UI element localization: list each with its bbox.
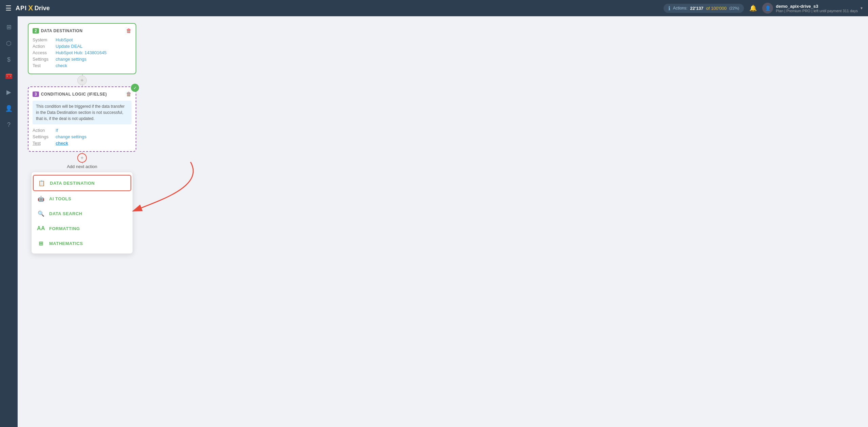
data-destination-card: 2 DATA DESTINATION 🗑 System HubSpot Acti… bbox=[28, 23, 136, 74]
logic-card-title: CONDITIONAL LOGIC (IF/ELSE) bbox=[41, 92, 107, 97]
logic-card-header: 3 CONDITIONAL LOGIC (IF/ELSE) 🗑 bbox=[33, 91, 132, 97]
formatting-icon: Aa bbox=[37, 224, 45, 232]
system-value[interactable]: HubSpot bbox=[56, 37, 73, 42]
user-name: demo_apix-drive_s3 bbox=[776, 4, 858, 9]
delete-logic-icon[interactable]: 🗑 bbox=[126, 91, 132, 97]
content-area: 2 DATA DESTINATION 🗑 System HubSpot Acti… bbox=[18, 16, 868, 427]
data-destination-icon: 📋 bbox=[38, 179, 46, 187]
card-title: DATA DESTINATION bbox=[41, 28, 83, 33]
sidebar-item-workflows[interactable]: ⬡ bbox=[2, 37, 16, 50]
ai-tools-icon: 🤖 bbox=[37, 195, 45, 203]
formatting-label: FORMATTING bbox=[49, 226, 80, 231]
sidebar-item-billing[interactable]: $ bbox=[2, 53, 16, 66]
card-row-system: System HubSpot bbox=[33, 37, 132, 42]
user-info[interactable]: 👤 demo_apix-drive_s3 Plan | Premium PRO … bbox=[762, 3, 863, 14]
logic-action-label: Action bbox=[33, 128, 53, 133]
ai-tools-label: AI TOOLS bbox=[49, 196, 71, 201]
workflow-wrapper: 2 DATA DESTINATION 🗑 System HubSpot Acti… bbox=[24, 23, 140, 254]
delete-card-icon[interactable]: 🗑 bbox=[126, 28, 132, 34]
logic-row-settings: Settings change settings bbox=[33, 134, 132, 139]
sidebar-item-help[interactable]: ? bbox=[2, 118, 16, 131]
logo-drive: Drive bbox=[35, 5, 50, 12]
actions-label: Actions: bbox=[673, 6, 688, 11]
user-avatar: 👤 bbox=[762, 3, 773, 14]
card-row-access: Access HubSpot Hub: 143801645 bbox=[33, 50, 132, 55]
dropdown-item-mathematics[interactable]: ⊞ MATHEMATICS bbox=[32, 236, 133, 251]
data-search-icon: 🔍 bbox=[37, 209, 45, 218]
dropdown-item-ai-tools[interactable]: 🤖 AI TOOLS bbox=[32, 191, 133, 206]
card-row-test: Test check bbox=[33, 63, 132, 68]
data-destination-label: DATA DESTINATION bbox=[50, 181, 95, 186]
dropdown-menu: 📋 DATA DESTINATION 🤖 AI TOOLS 🔍 DATA SEA… bbox=[31, 172, 133, 254]
sidebar-item-profile[interactable]: 👤 bbox=[2, 102, 16, 115]
access-value[interactable]: HubSpot Hub: 143801645 bbox=[56, 50, 106, 55]
card-row-settings: Settings change settings bbox=[33, 57, 132, 62]
user-plan: Plan | Premium PRO | left until payment … bbox=[776, 9, 858, 13]
logic-description: This condition will be triggered if the … bbox=[33, 101, 132, 124]
logic-row-action: Action If bbox=[33, 128, 132, 133]
card-header: 2 DATA DESTINATION 🗑 bbox=[33, 28, 132, 34]
dropdown-item-data-destination[interactable]: 📋 DATA DESTINATION bbox=[33, 175, 131, 191]
card-title-group: 2 DATA DESTINATION bbox=[33, 28, 83, 34]
sidebar-item-home[interactable]: ⊞ bbox=[2, 20, 16, 34]
logic-action-value[interactable]: If bbox=[56, 128, 58, 133]
add-step-button-1[interactable]: + bbox=[77, 76, 87, 85]
logic-test-label: Test bbox=[33, 141, 53, 146]
logo-api: API bbox=[16, 5, 27, 12]
logic-test-value[interactable]: check bbox=[56, 141, 68, 146]
conditional-logic-card: ✓ 3 CONDITIONAL LOGIC (IF/ELSE) 🗑 This c… bbox=[28, 86, 136, 152]
mathematics-label: MATHEMATICS bbox=[49, 241, 83, 246]
card-number: 2 bbox=[33, 28, 39, 34]
settings-label: Settings bbox=[33, 57, 53, 62]
sidebar: ⊞ ⬡ $ 🧰 ▶ 👤 ? bbox=[0, 16, 18, 427]
mathematics-icon: ⊞ bbox=[37, 239, 45, 247]
top-navigation: ☰ APIXDrive ℹ Actions: 22'137 of 100'000… bbox=[0, 0, 868, 16]
card-checkmark: ✓ bbox=[131, 84, 139, 92]
sidebar-item-tools[interactable]: 🧰 bbox=[2, 69, 16, 83]
dropdown-item-data-search[interactable]: 🔍 DATA SEARCH bbox=[32, 206, 133, 221]
topnav-right: ℹ Actions: 22'137 of 100'000 (22%) 🔔 👤 d… bbox=[664, 3, 863, 14]
user-details: demo_apix-drive_s3 Plan | Premium PRO | … bbox=[776, 4, 858, 13]
hamburger-menu[interactable]: ☰ bbox=[5, 4, 12, 12]
dropdown-item-formatting[interactable]: Aa FORMATTING bbox=[32, 221, 133, 236]
logic-row-test: Test check bbox=[33, 141, 132, 146]
logic-settings-label: Settings bbox=[33, 134, 53, 139]
add-step-button-highlighted[interactable]: + bbox=[77, 153, 87, 163]
add-next-action-label: Add next action bbox=[67, 164, 97, 169]
actions-pct: (22%) bbox=[729, 6, 739, 10]
main-layout: ⊞ ⬡ $ 🧰 ▶ 👤 ? 2 DATA DESTINATION 🗑 Syste… bbox=[0, 16, 868, 427]
logic-card-number: 3 bbox=[33, 92, 39, 97]
settings-value[interactable]: change settings bbox=[56, 57, 86, 62]
logic-title-group: 3 CONDITIONAL LOGIC (IF/ELSE) bbox=[33, 92, 107, 97]
actions-of: of 100'000 bbox=[706, 6, 727, 11]
test-label: Test bbox=[33, 63, 53, 68]
test-value[interactable]: check bbox=[56, 63, 67, 68]
logo-x: X bbox=[28, 4, 33, 13]
actions-badge: ℹ Actions: 22'137 of 100'000 (22%) bbox=[664, 4, 744, 13]
logic-settings-value[interactable]: change settings bbox=[56, 134, 86, 139]
system-label: System bbox=[33, 37, 53, 42]
action-label: Action bbox=[33, 44, 53, 49]
info-icon: ℹ bbox=[668, 5, 670, 12]
connector-1: + bbox=[77, 74, 87, 86]
bell-icon[interactable]: 🔔 bbox=[749, 4, 757, 12]
access-label: Access bbox=[33, 50, 53, 55]
connector-2: + bbox=[77, 152, 87, 164]
actions-count: 22'137 bbox=[690, 6, 703, 11]
chevron-down-icon: ▾ bbox=[861, 6, 863, 11]
sidebar-item-media[interactable]: ▶ bbox=[2, 85, 16, 99]
card-row-action: Action Update DEAL bbox=[33, 44, 132, 49]
topnav-left: ☰ APIXDrive bbox=[5, 4, 50, 13]
logo: APIXDrive bbox=[16, 4, 50, 13]
action-value[interactable]: Update DEAL bbox=[56, 44, 83, 49]
data-search-label: DATA SEARCH bbox=[49, 211, 82, 216]
